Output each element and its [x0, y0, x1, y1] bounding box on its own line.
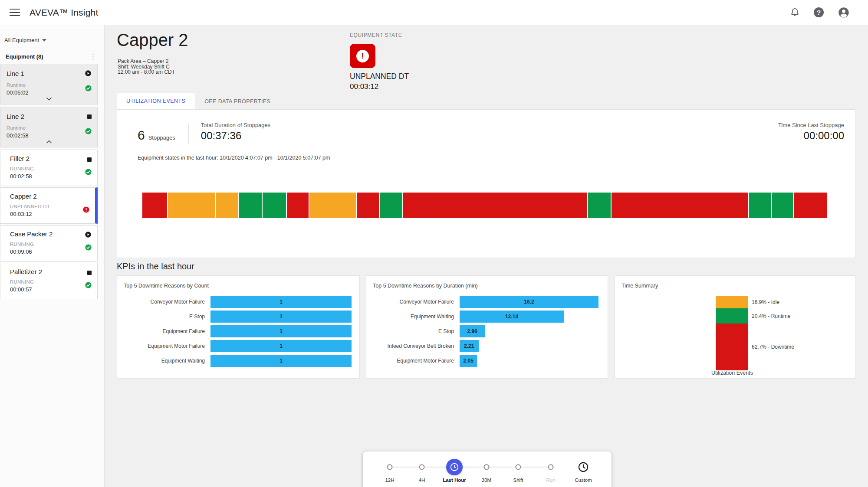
kpi-section-heading: KPIs in the last hour [117, 261, 194, 271]
app-title: AVEVA™ Insight [30, 7, 98, 18]
stack-segment-idle [716, 296, 748, 308]
timeline-segment-runtime[interactable] [588, 193, 611, 218]
divider [3, 48, 49, 48]
bar-category-label: Equipment Motor Failure [373, 358, 460, 364]
radio-dot-icon [548, 464, 554, 470]
stoppage-stats-row: 6 Stoppages Total Duration of Stoppages … [138, 122, 844, 144]
time-option-custom[interactable]: Custom [564, 451, 603, 487]
tab-bar: UTILIZATION EVENTS OEE DATA PROPERTIES [117, 93, 280, 110]
overflow-menu-icon[interactable]: ⋮ [88, 55, 98, 59]
page-subtitle: Pack Area – Capper 2 Shift: Weekday Shif… [118, 59, 175, 75]
count-chart: Conveyor Motor Failure1E Stop1Equipment … [124, 296, 352, 369]
bar-row-e-stop: E Stop2.96 [373, 325, 600, 337]
status-ok-icon [85, 244, 92, 253]
bar: 2.21 [460, 340, 479, 352]
equipment-duration: 00:02:58 [10, 173, 32, 180]
bar: 2.96 [460, 325, 485, 337]
kpi-count-title: Top 5 Downtime Reasons by Count [124, 283, 209, 289]
equipment-status: RUNNING [10, 279, 34, 284]
bar-track: 2.21 [460, 340, 600, 352]
timeline-segment-idle[interactable] [309, 193, 356, 218]
bar-category-label: Equipment Waiting [124, 358, 210, 364]
bar: 1 [210, 325, 352, 337]
timeline-segment-downtime[interactable] [357, 193, 379, 218]
stoppage-count-label: Stoppages [148, 134, 175, 141]
topbar-actions: ? [790, 7, 850, 19]
timeline-segment-runtime[interactable] [239, 193, 262, 218]
bar-row-infeed-conveyor-belt-broken: Infeed Conveyor Belt Broken2.21 [373, 340, 600, 352]
sidebar-item-line-2[interactable]: Line 2Runtime00:02:58 [0, 107, 98, 147]
help-icon[interactable]: ? [814, 7, 824, 17]
notifications-icon[interactable] [790, 7, 800, 17]
bar-value: 2.05 [464, 358, 473, 364]
play-circle-icon [85, 70, 92, 77]
bar-row-equipment-failure: Equipment Failure1 [124, 325, 352, 337]
bar-value: 1 [279, 314, 283, 320]
account-icon[interactable] [838, 7, 850, 19]
divider [188, 124, 189, 144]
timeline-segment-runtime[interactable] [772, 193, 793, 218]
kpi-count-card: Top 5 Downtime Reasons by Count Conveyor… [117, 275, 360, 379]
utilization-events-panel: 6 Stoppages Total Duration of Stoppages … [117, 109, 855, 258]
bar-category-label: Conveyor Motor Failure [373, 299, 460, 305]
bar-track: 1 [210, 340, 352, 352]
bar: 1 [210, 340, 352, 352]
stop-icon [87, 113, 92, 120]
tab-oee-data-properties[interactable]: OEE DATA PROPERTIES [195, 93, 280, 110]
timeline-segment-idle[interactable] [216, 193, 237, 218]
collapse-icon[interactable] [43, 137, 56, 146]
bar-row-equipment-motor-failure: Equipment Motor Failure1 [124, 340, 352, 352]
bar-category-label: E Stop [373, 328, 460, 334]
equipment-filter-dropdown[interactable]: All Equipment [4, 37, 46, 43]
equipment-status: RUNNING [10, 242, 34, 247]
stop-icon [87, 269, 92, 276]
timeline-segment-downtime[interactable] [612, 193, 748, 218]
page-title: Capper 2 [117, 30, 188, 50]
menu-icon[interactable] [10, 9, 20, 16]
bar-category-label: Conveyor Motor Failure [124, 299, 210, 305]
bar-track: 2.96 [460, 325, 600, 337]
time-summary-labels: 16.9% - Idle20.4% - Runtime62.7% - Downt… [752, 296, 838, 370]
bar-track: 1 [210, 311, 352, 323]
sidebar-item-palletizer-2[interactable]: Palletizer 2RUNNING00:00:57 [0, 263, 98, 299]
bar: 12.14 [460, 311, 564, 323]
stoppage-count-stat: 6 Stoppages [138, 128, 175, 143]
bar: 1 [210, 355, 352, 367]
main-content: Capper 2 Pack Area – Capper 2 Shift: Wee… [105, 25, 868, 487]
sidebar-item-capper-2[interactable]: Capper 2UNPLANNED DT00:03:12 [0, 187, 98, 224]
timeline-segment-idle[interactable] [168, 193, 215, 218]
timeline-segment-downtime[interactable] [142, 193, 167, 218]
subtitle-line-hours: 12:00 am - 8:00 am CDT [118, 69, 175, 75]
equipment-status: RUNNING [10, 166, 34, 171]
time-summary-caption: Utilization Events [699, 370, 765, 376]
timeline-segment-downtime[interactable] [403, 193, 587, 218]
bar-row-e-stop: E Stop1 [124, 311, 352, 323]
sidebar-item-filler-2[interactable]: Filler 2RUNNING00:02:58 [0, 150, 98, 186]
stack-segment-label: 20.4% - Runtime [752, 313, 790, 319]
clock-icon [578, 461, 589, 473]
radio-dot-icon [516, 464, 521, 470]
sidebar-item-line-1[interactable]: Line 1Runtime00:05:02 [0, 64, 98, 105]
status-ok-icon [85, 168, 92, 177]
timeline-segment-downtime[interactable] [287, 193, 309, 218]
equipment-sidebar: All Equipment Equipment (8) ⋮ Line 1Runt… [0, 25, 105, 487]
bar-track: 1 [210, 296, 352, 308]
timeline-segment-runtime[interactable] [263, 193, 286, 218]
bar-value: 16.2 [524, 299, 534, 305]
stack-segment-label: 62.7% - Downtime [752, 344, 794, 350]
unplanned-downtime-icon: ! [350, 44, 375, 68]
equipment-name: Case Packer 2 [10, 230, 53, 238]
expand-icon[interactable] [43, 94, 56, 103]
bar-track: 1 [210, 325, 352, 337]
tab-utilization-events[interactable]: UTILIZATION EVENTS [117, 93, 195, 110]
bar-value: 1 [279, 328, 283, 334]
timeline-segment-runtime[interactable] [749, 193, 771, 218]
bar-track: 1 [210, 355, 352, 367]
bar-row-conveyor-motor-failure: Conveyor Motor Failure1 [124, 296, 352, 308]
sidebar-item-case-packer-2[interactable]: Case Packer 2RUNNING00:09:06 [0, 225, 98, 261]
timeline-segment-runtime[interactable] [380, 193, 402, 218]
timeline-segment-downtime[interactable] [794, 193, 827, 218]
bar: 2.05 [460, 355, 477, 367]
bar-track: 2.05 [460, 355, 600, 367]
equipment-group-label: Equipment (8) [6, 53, 43, 60]
